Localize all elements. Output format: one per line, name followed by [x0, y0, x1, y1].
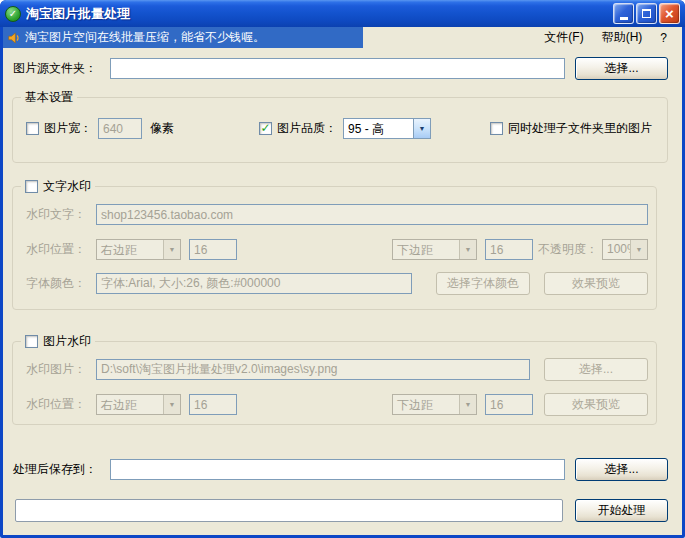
form-body: 图片源文件夹： 选择... 基本设置 图片宽： 像素 ✓ — [3, 48, 682, 535]
watermark-text-row: 水印文字： — [26, 203, 648, 226]
menu-bar: 淘宝图片空间在线批量压缩，能省不少钱喔。 文件(F) 帮助(H) ? — [3, 27, 682, 48]
dropdown-arrow-icon: ▼ — [413, 119, 430, 138]
text-watermark-title: 文字水印 — [43, 178, 91, 195]
opacity-label: 不透明度： — [538, 241, 598, 258]
text-watermark-checkbox[interactable] — [25, 180, 38, 193]
tw-h-position-value: 右边距 — [97, 240, 163, 259]
image-watermark-position-row: 水印位置： 右边距 ▼ 下边距 ▼ 效果预览 — [26, 393, 648, 416]
text-preview-button: 效果预览 — [544, 272, 648, 295]
basic-settings-row: 图片宽： 像素 ✓ 图片品质： 95 - 高 ▼ 同时处理子文件夹里的图片 — [26, 117, 659, 140]
font-settings-input — [96, 273, 412, 294]
tw-v-offset-input — [485, 239, 533, 260]
subfolder-label: 同时处理子文件夹里的图片 — [508, 120, 652, 137]
opacity-select: 100% ▼ — [602, 239, 648, 260]
watermark-image-label: 水印图片： — [26, 361, 96, 378]
start-processing-button[interactable]: 开始处理 — [575, 499, 668, 522]
text-watermark-legend: 文字水印 — [21, 178, 95, 194]
menu-items: 文件(F) 帮助(H) ? — [535, 27, 676, 48]
close-button[interactable]: × — [659, 3, 680, 24]
window-controls: × — [613, 3, 680, 24]
tw-h-offset-input — [189, 239, 237, 260]
iw-v-position-select: 下边距 ▼ — [392, 394, 477, 415]
width-unit-label: 像素 — [150, 120, 174, 137]
promo-banner: 淘宝图片空间在线批量压缩，能省不少钱喔。 — [3, 27, 363, 48]
minimize-icon — [620, 17, 628, 20]
dropdown-arrow-icon: ▼ — [630, 240, 647, 259]
iw-h-position-value: 右边距 — [97, 395, 163, 414]
dropdown-arrow-icon: ▼ — [163, 240, 180, 259]
watermark-image-input — [96, 359, 530, 380]
watermark-text-label: 水印文字： — [26, 206, 96, 223]
window-title: 淘宝图片批量处理 — [26, 5, 608, 23]
watermark-position-label: 水印位置： — [26, 241, 96, 258]
tw-h-position-select: 右边距 ▼ — [96, 239, 181, 260]
iw-v-offset-input — [485, 394, 533, 415]
process-row: 开始处理 — [15, 499, 668, 522]
speaker-icon — [7, 31, 21, 45]
choose-font-color-button: 选择字体颜色 — [436, 272, 530, 295]
watermark-image-row: 水印图片： 选择... — [26, 358, 648, 381]
progress-bar — [15, 499, 563, 522]
opacity-value: 100% — [603, 240, 630, 259]
iw-h-position-select: 右边距 ▼ — [96, 394, 181, 415]
basic-settings-title: 基本设置 — [25, 89, 73, 106]
width-label: 图片宽： — [44, 120, 92, 137]
image-watermark-legend: 图片水印 — [21, 333, 95, 349]
save-browse-button[interactable]: 选择... — [575, 458, 668, 481]
text-watermark-group: 文字水印 水印文字： 水印位置： 右边距 ▼ 下边距 ▼ — [12, 186, 657, 310]
quality-option: ✓ 图片品质： — [259, 120, 337, 137]
iw-h-offset-input — [189, 394, 237, 415]
menu-question[interactable]: ? — [651, 29, 676, 47]
quality-select[interactable]: 95 - 高 ▼ — [343, 118, 431, 139]
menu-file[interactable]: 文件(F) — [535, 27, 592, 48]
text-watermark-position-row: 水印位置： 右边距 ▼ 下边距 ▼ 不透明度： 100% ▼ — [26, 238, 648, 261]
subfolder-checkbox[interactable] — [490, 122, 503, 135]
subfolder-option: 同时处理子文件夹里的图片 — [490, 120, 652, 137]
save-folder-label: 处理后保存到： — [13, 461, 110, 478]
dropdown-arrow-icon: ▼ — [163, 395, 180, 414]
source-folder-label: 图片源文件夹： — [13, 60, 110, 77]
watermark-position-label: 水印位置： — [26, 396, 96, 413]
image-watermark-title: 图片水印 — [43, 333, 91, 350]
basic-settings-group: 基本设置 图片宽： 像素 ✓ 图片品质： 95 - 高 ▼ — [12, 97, 668, 163]
width-option: 图片宽： — [26, 120, 92, 137]
maximize-icon — [642, 9, 651, 18]
watermark-text-input — [96, 204, 648, 225]
quality-checkbox[interactable]: ✓ — [259, 122, 272, 135]
tw-v-position-value: 下边距 — [393, 240, 459, 259]
basic-settings-legend: 基本设置 — [21, 89, 77, 105]
source-browse-button[interactable]: 选择... — [575, 57, 668, 80]
minimize-button[interactable] — [613, 3, 634, 24]
quality-value: 95 - 高 — [344, 119, 413, 138]
app-window: ✓ 淘宝图片批量处理 × 淘宝图片空间在线批量压缩，能省不少钱喔。 文件(F) … — [0, 0, 685, 538]
window-client-area: 淘宝图片空间在线批量压缩，能省不少钱喔。 文件(F) 帮助(H) ? 图片源文件… — [3, 27, 682, 535]
source-folder-input[interactable] — [110, 58, 565, 79]
check-icon: ✓ — [9, 9, 17, 19]
image-watermark-checkbox[interactable] — [25, 335, 38, 348]
image-browse-button: 选择... — [544, 358, 648, 381]
image-preview-button: 效果预览 — [544, 393, 648, 416]
font-color-label: 字体颜色： — [26, 275, 96, 292]
close-icon: × — [665, 6, 674, 21]
check-icon: ✓ — [260, 122, 270, 134]
quality-label: 图片品质： — [277, 120, 337, 137]
save-folder-row: 处理后保存到： 选择... — [13, 458, 668, 481]
save-folder-input[interactable] — [110, 459, 565, 480]
width-input — [98, 118, 142, 139]
tw-v-position-select: 下边距 ▼ — [392, 239, 477, 260]
banner-text: 淘宝图片空间在线批量压缩，能省不少钱喔。 — [25, 29, 265, 46]
iw-v-position-value: 下边距 — [393, 395, 459, 414]
menu-help[interactable]: 帮助(H) — [593, 27, 652, 48]
image-watermark-group: 图片水印 水印图片： 选择... 水印位置： 右边距 ▼ 下边距 — [12, 341, 657, 425]
dropdown-arrow-icon: ▼ — [459, 395, 476, 414]
width-checkbox[interactable] — [26, 122, 39, 135]
title-bar[interactable]: ✓ 淘宝图片批量处理 × — [0, 0, 685, 27]
app-icon: ✓ — [5, 6, 21, 22]
font-color-row: 字体颜色： 选择字体颜色 效果预览 — [26, 272, 648, 295]
maximize-button[interactable] — [636, 3, 657, 24]
source-folder-row: 图片源文件夹： 选择... — [13, 57, 668, 80]
dropdown-arrow-icon: ▼ — [459, 240, 476, 259]
